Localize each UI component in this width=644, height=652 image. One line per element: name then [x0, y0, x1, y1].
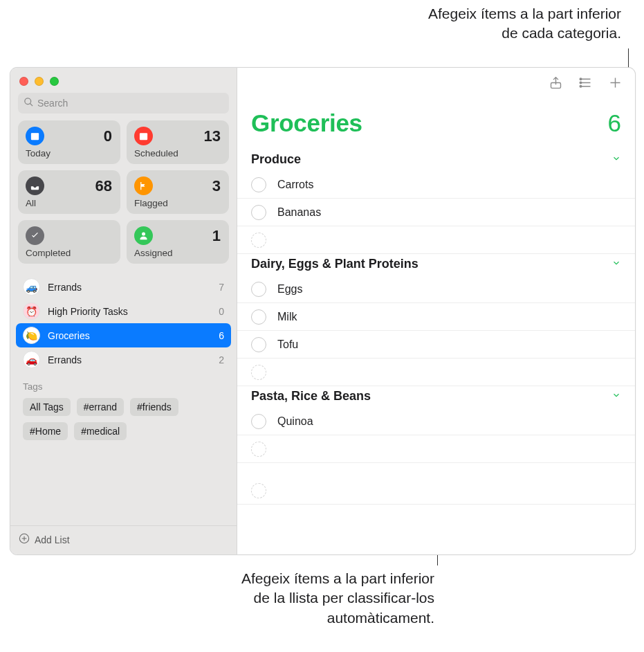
calendar-icon [134, 127, 153, 145]
tag-friends[interactable]: #friends [130, 398, 178, 416]
reminder-text: Tofu [277, 338, 621, 351]
main-pane: Groceries 6 Produce Carrots Bananas . [237, 68, 635, 554]
zoom-window-button[interactable] [50, 77, 59, 86]
sidebar: Search 0 Today 13 Scheduled 68 [10, 68, 237, 554]
smart-list-today[interactable]: 0 Today [18, 120, 120, 164]
list-name: Errands [48, 354, 82, 365]
add-item-placeholder[interactable]: . [237, 359, 635, 386]
section-title: Pasta, Rice & Beans [251, 389, 371, 404]
reminder-item[interactable]: Carrots [237, 171, 635, 199]
checkbox[interactable] [251, 177, 266, 192]
toolbar [237, 68, 635, 99]
smart-label: Today [26, 148, 112, 159]
smart-lists-grid: 0 Today 13 Scheduled 68 All [10, 120, 237, 271]
smart-count: 68 [95, 177, 112, 195]
list-icon: 🚗 [23, 351, 40, 368]
reminders-content: Produce Carrots Bananas . Dairy, Eggs & … [237, 150, 635, 505]
checkbox-placeholder-icon [251, 365, 266, 380]
list-row-groceries[interactable]: 🍋 Groceries 6 [16, 323, 231, 347]
checkbox-placeholder-icon [251, 442, 266, 457]
reminder-item[interactable]: Bananas [237, 199, 635, 226]
smart-list-completed[interactable]: Completed [18, 220, 120, 264]
section-header-pasta[interactable]: Pasta, Rice & Beans [237, 386, 635, 408]
add-item-placeholder[interactable]: . [237, 226, 635, 254]
smart-label: All [26, 198, 112, 208]
view-options-button[interactable] [578, 75, 593, 92]
search-placeholder: Search [37, 98, 68, 109]
add-item-placeholder[interactable]: . [237, 435, 635, 463]
reminder-item[interactable]: Milk [237, 303, 635, 331]
checkbox[interactable] [251, 282, 266, 297]
reminder-item[interactable]: Tofu [237, 331, 635, 359]
smart-list-scheduled[interactable]: 13 Scheduled [127, 120, 229, 164]
list-title: Groceries [251, 109, 362, 137]
share-button[interactable] [549, 75, 563, 92]
list-count: 0 [219, 306, 224, 317]
section-title: Dairy, Eggs & Plant Proteins [251, 257, 418, 271]
checkbox[interactable] [251, 309, 266, 325]
list-total-count: 6 [608, 109, 621, 137]
window-controls [10, 74, 237, 93]
calendar-icon [26, 127, 44, 145]
list-name: Groceries [48, 330, 90, 341]
list-header: Groceries 6 [237, 99, 635, 150]
add-list-button[interactable]: Add List [10, 525, 237, 554]
smart-label: Assigned [134, 248, 221, 258]
chevron-down-icon [611, 389, 621, 404]
tag-errand[interactable]: #errand [77, 398, 124, 416]
smart-count: 3 [212, 177, 221, 195]
list-row-errands-2[interactable]: 🚗 Errands 2 [16, 347, 231, 372]
reminder-text: Eggs [277, 283, 621, 296]
section-header-produce[interactable]: Produce [237, 150, 635, 171]
list-name: High Priority Tasks [48, 306, 128, 317]
list-count: 6 [219, 330, 224, 341]
reminder-text: Bananas [277, 206, 621, 219]
smart-list-flagged[interactable]: 3 Flagged [127, 170, 229, 214]
smart-list-assigned[interactable]: 1 Assigned [127, 220, 229, 264]
list-count: 2 [219, 354, 224, 365]
annotation-top: Afegeix ítems a la part inferior de cada… [428, 4, 621, 44]
minimize-window-button[interactable] [35, 77, 44, 86]
tag-all[interactable]: All Tags [23, 398, 71, 416]
list-icon: 🚙 [23, 278, 40, 296]
chevron-down-icon [611, 257, 621, 271]
reminder-item[interactable]: Quinoa [237, 408, 635, 435]
smart-count: 13 [204, 127, 221, 145]
smart-label: Scheduled [134, 148, 221, 159]
add-list-label: Add List [35, 534, 70, 545]
new-reminder-button[interactable] [608, 75, 623, 92]
tag-medical[interactable]: #medical [74, 422, 127, 440]
section-title: Produce [251, 152, 301, 167]
reminder-text: Milk [277, 311, 621, 323]
person-icon [134, 226, 153, 245]
svg-point-3 [142, 233, 145, 236]
checkbox[interactable] [251, 337, 266, 352]
checkbox[interactable] [251, 205, 266, 220]
chevron-down-icon [611, 152, 621, 167]
smart-list-all[interactable]: 68 All [18, 170, 120, 214]
plus-circle-icon [19, 533, 30, 546]
svg-rect-2 [140, 133, 147, 140]
reminder-text: Quinoa [277, 415, 621, 428]
reminder-text: Carrots [277, 179, 621, 191]
list-name: Errands [48, 282, 82, 293]
reminder-item[interactable]: Eggs [237, 275, 635, 303]
tray-icon [26, 176, 44, 195]
checkbox[interactable] [251, 414, 266, 429]
svg-point-7 [580, 82, 582, 84]
list-icon: ⏰ [23, 302, 40, 320]
search-icon [24, 97, 37, 109]
my-lists: 🚙 Errands 7 ⏰ High Priority Tasks 0 🍋 Gr… [10, 271, 237, 372]
list-row-high-priority[interactable]: ⏰ High Priority Tasks 0 [16, 299, 231, 323]
close-window-button[interactable] [19, 77, 28, 86]
smart-label: Completed [26, 248, 112, 258]
smart-count: 0 [104, 127, 112, 145]
list-row-errands[interactable]: 🚙 Errands 7 [16, 275, 231, 299]
section-header-dairy[interactable]: Dairy, Eggs & Plant Proteins [237, 254, 635, 275]
smart-label: Flagged [134, 198, 221, 208]
tag-home[interactable]: #Home [23, 422, 68, 440]
list-count: 7 [219, 282, 224, 293]
list-icon: 🍋 [23, 327, 40, 344]
search-input[interactable]: Search [18, 93, 229, 114]
add-item-bottom-placeholder[interactable]: . [237, 477, 635, 505]
